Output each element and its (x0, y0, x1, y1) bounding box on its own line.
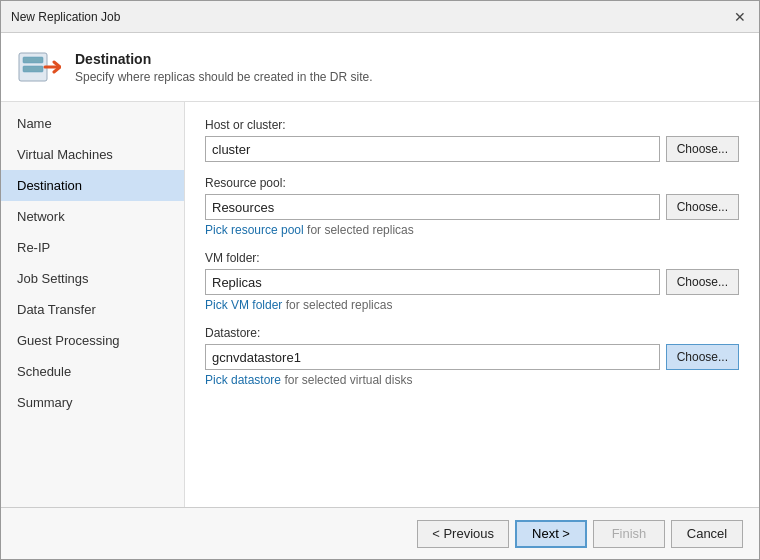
sidebar-item-job-settings[interactable]: Job Settings (1, 263, 184, 294)
sidebar-item-guest-processing[interactable]: Guest Processing (1, 325, 184, 356)
header-texts: Destination Specify where replicas shoul… (75, 51, 373, 84)
sidebar-item-name[interactable]: Name (1, 108, 184, 139)
close-button[interactable]: ✕ (731, 8, 749, 26)
host-cluster-choose-button[interactable]: Choose... (666, 136, 739, 162)
sidebar-item-summary[interactable]: Summary (1, 387, 184, 418)
sidebar-item-virtual-machines[interactable]: Virtual Machines (1, 139, 184, 170)
resource-pool-pick-link[interactable]: Pick resource pool (205, 223, 304, 237)
vm-folder-input[interactable] (205, 269, 660, 295)
sidebar-item-data-transfer[interactable]: Data Transfer (1, 294, 184, 325)
host-cluster-group: Host or cluster: Choose... (205, 118, 739, 162)
vm-folder-choose-button[interactable]: Choose... (666, 269, 739, 295)
header-description: Specify where replicas should be created… (75, 70, 373, 84)
datastore-pick-link[interactable]: Pick datastore (205, 373, 281, 387)
datastore-group: Datastore: Choose... Pick datastore for … (205, 326, 739, 387)
footer: < Previous Next > Finish Cancel (1, 507, 759, 559)
header: Destination Specify where replicas shoul… (1, 33, 759, 102)
header-title: Destination (75, 51, 373, 67)
vm-folder-group: VM folder: Choose... Pick VM folder for … (205, 251, 739, 312)
cancel-button[interactable]: Cancel (671, 520, 743, 548)
sidebar: Name Virtual Machines Destination Networ… (1, 102, 185, 507)
host-cluster-input[interactable] (205, 136, 660, 162)
body-area: Name Virtual Machines Destination Networ… (1, 102, 759, 507)
resource-pool-label: Resource pool: (205, 176, 739, 190)
resource-pool-row: Choose... (205, 194, 739, 220)
vm-folder-pick-link[interactable]: Pick VM folder (205, 298, 282, 312)
datastore-row: Choose... (205, 344, 739, 370)
destination-icon (17, 45, 61, 89)
datastore-pick-text: Pick datastore for selected virtual disk… (205, 373, 739, 387)
vm-folder-pick-text: Pick VM folder for selected replicas (205, 298, 739, 312)
previous-button[interactable]: < Previous (417, 520, 509, 548)
host-cluster-row: Choose... (205, 136, 739, 162)
dialog: New Replication Job ✕ Destination Specif… (0, 0, 760, 560)
svg-rect-2 (23, 66, 43, 72)
datastore-choose-button[interactable]: Choose... (666, 344, 739, 370)
finish-button[interactable]: Finish (593, 520, 665, 548)
resource-pool-group: Resource pool: Choose... Pick resource p… (205, 176, 739, 237)
svg-rect-1 (23, 57, 43, 63)
sidebar-item-network[interactable]: Network (1, 201, 184, 232)
host-cluster-label: Host or cluster: (205, 118, 739, 132)
resource-pool-input[interactable] (205, 194, 660, 220)
datastore-input[interactable] (205, 344, 660, 370)
main-content: Host or cluster: Choose... Resource pool… (185, 102, 759, 507)
resource-pool-pick-text: Pick resource pool for selected replicas (205, 223, 739, 237)
sidebar-item-re-ip[interactable]: Re-IP (1, 232, 184, 263)
resource-pool-choose-button[interactable]: Choose... (666, 194, 739, 220)
sidebar-item-schedule[interactable]: Schedule (1, 356, 184, 387)
sidebar-item-destination[interactable]: Destination (1, 170, 184, 201)
datastore-label: Datastore: (205, 326, 739, 340)
vm-folder-label: VM folder: (205, 251, 739, 265)
next-button[interactable]: Next > (515, 520, 587, 548)
title-bar: New Replication Job ✕ (1, 1, 759, 33)
dialog-title: New Replication Job (11, 10, 120, 24)
vm-folder-row: Choose... (205, 269, 739, 295)
